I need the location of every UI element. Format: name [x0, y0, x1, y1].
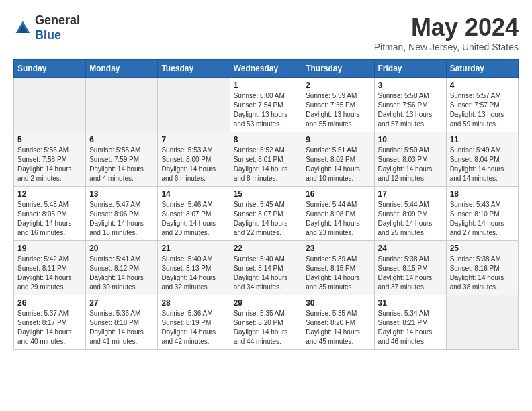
calendar-day-30: 30Sunrise: 5:35 AM Sunset: 8:20 PM Dayli… [302, 295, 374, 350]
day-number: 23 [306, 244, 370, 253]
day-info: Sunrise: 5:46 AM Sunset: 8:07 PM Dayligh… [161, 200, 226, 238]
calendar-week-row: 5Sunrise: 5:56 AM Sunset: 7:58 PM Daylig… [14, 132, 519, 187]
day-info: Sunrise: 5:49 AM Sunset: 8:04 PM Dayligh… [450, 146, 515, 183]
calendar-day-5: 5Sunrise: 5:56 AM Sunset: 7:58 PM Daylig… [14, 132, 86, 187]
day-info: Sunrise: 5:58 AM Sunset: 7:56 PM Dayligh… [378, 91, 443, 129]
day-number: 4 [450, 81, 515, 90]
weekday-header-row: SundayMondayTuesdayWednesdayThursdayFrid… [14, 60, 519, 78]
day-info: Sunrise: 5:55 AM Sunset: 7:59 PM Dayligh… [89, 146, 154, 183]
calendar-empty-cell [86, 78, 158, 132]
day-number: 14 [161, 189, 226, 199]
day-number: 11 [450, 135, 515, 144]
day-info: Sunrise: 5:40 AM Sunset: 8:13 PM Dayligh… [161, 255, 226, 292]
day-info: Sunrise: 5:41 AM Sunset: 8:12 PM Dayligh… [89, 255, 154, 292]
calendar-day-31: 31Sunrise: 5:34 AM Sunset: 8:21 PM Dayli… [374, 295, 446, 350]
day-info: Sunrise: 5:35 AM Sunset: 8:20 PM Dayligh… [306, 309, 370, 347]
calendar-day-6: 6Sunrise: 5:55 AM Sunset: 7:59 PM Daylig… [86, 132, 158, 187]
day-info: Sunrise: 5:56 AM Sunset: 7:58 PM Dayligh… [17, 146, 82, 183]
calendar-day-4: 4Sunrise: 5:57 AM Sunset: 7:57 PM Daylig… [446, 78, 518, 132]
day-info: Sunrise: 5:35 AM Sunset: 8:20 PM Dayligh… [234, 309, 299, 347]
day-number: 19 [17, 244, 82, 253]
day-number: 2 [306, 81, 370, 90]
day-info: Sunrise: 5:36 AM Sunset: 8:18 PM Dayligh… [89, 309, 154, 347]
day-info: Sunrise: 5:52 AM Sunset: 8:01 PM Dayligh… [234, 146, 299, 183]
calendar-week-row: 19Sunrise: 5:42 AM Sunset: 8:11 PM Dayli… [14, 241, 519, 295]
day-info: Sunrise: 5:59 AM Sunset: 7:55 PM Dayligh… [306, 91, 370, 129]
calendar-day-15: 15Sunrise: 5:45 AM Sunset: 8:07 PM Dayli… [230, 187, 302, 241]
day-info: Sunrise: 5:39 AM Sunset: 8:15 PM Dayligh… [306, 255, 370, 292]
day-info: Sunrise: 5:34 AM Sunset: 8:21 PM Dayligh… [378, 309, 443, 347]
day-info: Sunrise: 5:57 AM Sunset: 7:57 PM Dayligh… [450, 91, 515, 129]
day-info: Sunrise: 5:44 AM Sunset: 8:09 PM Dayligh… [378, 200, 443, 238]
logo: General Blue [13, 13, 80, 42]
calendar-day-13: 13Sunrise: 5:47 AM Sunset: 8:06 PM Dayli… [86, 187, 158, 241]
calendar-empty-cell [446, 295, 518, 350]
calendar-day-8: 8Sunrise: 5:52 AM Sunset: 8:01 PM Daylig… [230, 132, 302, 187]
day-number: 13 [89, 189, 154, 199]
weekday-header-friday: Friday [374, 60, 446, 78]
calendar-day-25: 25Sunrise: 5:38 AM Sunset: 8:16 PM Dayli… [446, 241, 518, 295]
day-number: 3 [378, 81, 443, 90]
day-info: Sunrise: 6:00 AM Sunset: 7:54 PM Dayligh… [234, 91, 299, 129]
day-info: Sunrise: 5:36 AM Sunset: 8:19 PM Dayligh… [161, 309, 226, 347]
day-number: 1 [234, 81, 299, 90]
day-number: 25 [450, 244, 515, 253]
calendar-week-row: 26Sunrise: 5:37 AM Sunset: 8:17 PM Dayli… [14, 295, 519, 350]
calendar-day-7: 7Sunrise: 5:53 AM Sunset: 8:00 PM Daylig… [158, 132, 230, 187]
day-number: 21 [161, 244, 226, 253]
day-info: Sunrise: 5:51 AM Sunset: 8:02 PM Dayligh… [306, 146, 370, 183]
day-info: Sunrise: 5:50 AM Sunset: 8:03 PM Dayligh… [378, 146, 443, 183]
calendar-table: SundayMondayTuesdayWednesdayThursdayFrid… [13, 59, 519, 350]
calendar-day-1: 1Sunrise: 6:00 AM Sunset: 7:54 PM Daylig… [230, 78, 302, 132]
calendar-day-27: 27Sunrise: 5:36 AM Sunset: 8:18 PM Dayli… [86, 295, 158, 350]
calendar-day-2: 2Sunrise: 5:59 AM Sunset: 7:55 PM Daylig… [302, 78, 374, 132]
day-info: Sunrise: 5:43 AM Sunset: 8:10 PM Dayligh… [450, 200, 515, 238]
weekday-header-sunday: Sunday [14, 60, 86, 78]
calendar-day-9: 9Sunrise: 5:51 AM Sunset: 8:02 PM Daylig… [302, 132, 374, 187]
day-number: 29 [234, 298, 299, 308]
calendar-day-14: 14Sunrise: 5:46 AM Sunset: 8:07 PM Dayli… [158, 187, 230, 241]
calendar-day-26: 26Sunrise: 5:37 AM Sunset: 8:17 PM Dayli… [14, 295, 86, 350]
day-number: 22 [234, 244, 299, 253]
day-number: 30 [306, 298, 370, 308]
day-number: 20 [89, 244, 154, 253]
month-title: May 2024 [374, 13, 519, 42]
day-info: Sunrise: 5:37 AM Sunset: 8:17 PM Dayligh… [17, 309, 82, 347]
day-info: Sunrise: 5:53 AM Sunset: 8:00 PM Dayligh… [161, 146, 226, 183]
calendar-day-28: 28Sunrise: 5:36 AM Sunset: 8:19 PM Dayli… [158, 295, 230, 350]
calendar-day-12: 12Sunrise: 5:48 AM Sunset: 8:05 PM Dayli… [14, 187, 86, 241]
calendar-week-row: 1Sunrise: 6:00 AM Sunset: 7:54 PM Daylig… [14, 78, 519, 132]
day-number: 17 [378, 189, 443, 199]
calendar-empty-cell [158, 78, 230, 132]
logo-icon [13, 19, 32, 38]
day-number: 18 [450, 189, 515, 199]
calendar-day-17: 17Sunrise: 5:44 AM Sunset: 8:09 PM Dayli… [374, 187, 446, 241]
weekday-header-tuesday: Tuesday [158, 60, 230, 78]
day-info: Sunrise: 5:40 AM Sunset: 8:14 PM Dayligh… [234, 255, 299, 292]
weekday-header-wednesday: Wednesday [230, 60, 302, 78]
day-number: 15 [234, 189, 299, 199]
calendar-day-20: 20Sunrise: 5:41 AM Sunset: 8:12 PM Dayli… [86, 241, 158, 295]
calendar-day-21: 21Sunrise: 5:40 AM Sunset: 8:13 PM Dayli… [158, 241, 230, 295]
calendar-day-10: 10Sunrise: 5:50 AM Sunset: 8:03 PM Dayli… [374, 132, 446, 187]
day-number: 9 [306, 135, 370, 144]
day-info: Sunrise: 5:47 AM Sunset: 8:06 PM Dayligh… [89, 200, 154, 238]
day-number: 8 [234, 135, 299, 144]
calendar-day-11: 11Sunrise: 5:49 AM Sunset: 8:04 PM Dayli… [446, 132, 518, 187]
day-info: Sunrise: 5:48 AM Sunset: 8:05 PM Dayligh… [17, 200, 82, 238]
calendar-day-16: 16Sunrise: 5:44 AM Sunset: 8:08 PM Dayli… [302, 187, 374, 241]
day-info: Sunrise: 5:44 AM Sunset: 8:08 PM Dayligh… [306, 200, 370, 238]
day-number: 16 [306, 189, 370, 199]
day-number: 7 [161, 135, 226, 144]
calendar-day-18: 18Sunrise: 5:43 AM Sunset: 8:10 PM Dayli… [446, 187, 518, 241]
calendar-day-24: 24Sunrise: 5:38 AM Sunset: 8:15 PM Dayli… [374, 241, 446, 295]
weekday-header-monday: Monday [86, 60, 158, 78]
day-number: 28 [161, 298, 226, 308]
title-block: May 2024 Pitman, New Jersey, United Stat… [374, 13, 519, 52]
weekday-header-thursday: Thursday [302, 60, 374, 78]
weekday-header-saturday: Saturday [446, 60, 518, 78]
day-number: 10 [378, 135, 443, 144]
day-number: 6 [89, 135, 154, 144]
calendar-week-row: 12Sunrise: 5:48 AM Sunset: 8:05 PM Dayli… [14, 187, 519, 241]
day-info: Sunrise: 5:38 AM Sunset: 8:15 PM Dayligh… [378, 255, 443, 292]
